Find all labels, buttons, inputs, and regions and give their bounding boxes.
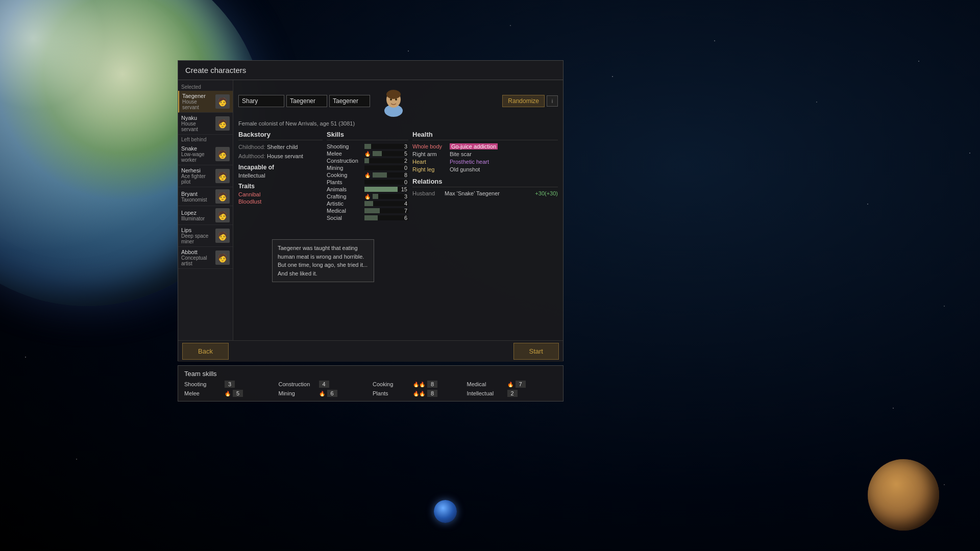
char-item-abbott[interactable]: Abbott Conceptual artist 🧑 [178, 247, 233, 269]
skill-melee: Melee 🔥 5 [327, 151, 408, 157]
char-role-nerhesi: Ace fighter pilot [181, 173, 213, 185]
health-right-leg: Right leg Old gunshot [412, 166, 558, 172]
team-skill-medical-fire: 🔥 [507, 382, 513, 387]
surname-input[interactable] [329, 95, 370, 107]
skill-medical-value: 7 [404, 208, 407, 213]
last-name-input[interactable] [286, 95, 327, 107]
team-skill-mining-name: Mining [279, 390, 317, 396]
team-skill-intellectual-name: Intellectual [467, 390, 505, 396]
char-item-taegener[interactable]: Taegener House servant 🧑 [178, 91, 233, 113]
adulthood-row: Adulthood: House servant [238, 153, 323, 160]
team-skill-melee-fire: 🔥 [225, 391, 231, 396]
team-skill-intellectual: Intellectual 2 [467, 390, 557, 397]
char-item-nyaku[interactable]: Nyaku House servant 🧑 [178, 113, 233, 135]
char-info-nyaku: Nyaku House servant [181, 115, 213, 132]
skill-construction-value: 2 [404, 158, 407, 163]
char-item-bryant[interactable]: Bryant Taxonomist 🧑 [178, 187, 233, 206]
childhood-value: Shelter child [267, 144, 298, 150]
skill-melee-fire: 🔥 [364, 151, 371, 157]
skill-animals-value: 15 [401, 187, 407, 192]
char-avatar-abbott: 🧑 [215, 251, 230, 265]
char-avatar-nerhesi: 🧑 [215, 169, 230, 183]
randomize-button[interactable]: Randomize [502, 95, 545, 107]
char-item-lopez[interactable]: Lopez Illuminator 🧑 [178, 206, 233, 225]
team-skill-plants-val: 8 [427, 390, 437, 397]
char-description: Female colonist of New Arrivals, age 51 … [238, 120, 558, 127]
svg-point-2 [386, 90, 401, 99]
team-skill-cooking-fire: 🔥🔥 [413, 382, 425, 387]
tooltip-text: Taegener was taught that eating human me… [278, 245, 368, 277]
skill-mining-name: Mining [327, 165, 362, 171]
health-column: Health Whole body Go-juice addiction Rig… [412, 131, 558, 263]
health-title: Health [412, 131, 558, 140]
svg-point-4 [395, 98, 397, 101]
char-info-taegener: Taegener House servant [182, 93, 213, 110]
relations-title: Relations [412, 178, 558, 187]
skill-animals-name: Animals [327, 186, 362, 192]
create-characters-dialog: Create characters Selected Taegener Hous… [178, 60, 564, 361]
skill-social-name: Social [327, 215, 362, 221]
name-row: Randomize i [238, 84, 558, 117]
dialog-body: Selected Taegener House servant 🧑 Nyaku … [178, 80, 563, 340]
char-item-snake[interactable]: Snake Low-wage worker 🧑 [178, 143, 233, 165]
char-avatar-taegener: 🧑 [215, 94, 230, 109]
childhood-label: Childhood: [238, 144, 265, 150]
skill-plants-value: 0 [404, 180, 407, 185]
skill-crafting-value: 3 [404, 194, 407, 199]
team-skill-construction: Construction 4 [279, 381, 369, 388]
relation-value-husband: +30(+30) [535, 190, 558, 196]
char-name-nerhesi: Nerhesi [181, 167, 213, 173]
health-heart: Heart Prosthetic heart [412, 159, 558, 165]
health-whole-body: Whole body Go-juice addiction [412, 143, 558, 149]
char-info-nerhesi: Nerhesi Ace fighter pilot [181, 167, 213, 185]
team-skill-plants-name: Plants [373, 390, 411, 396]
skill-plants-bar: 0 [364, 180, 408, 185]
left-behind-label: Left behind [178, 135, 233, 143]
team-skill-cooking-val: 8 [427, 381, 437, 388]
incapable-intellectual: Intellectual [238, 172, 323, 179]
sphere-blue [434, 500, 457, 523]
char-info-lopez: Lopez Illuminator [181, 210, 213, 221]
skill-construction-bar: 2 [364, 158, 408, 163]
skill-artistic-bar: 4 [364, 201, 408, 206]
back-button[interactable]: Back [182, 343, 229, 360]
health-part-rightleg: Right leg [412, 166, 446, 172]
dialog-footer: Back Start [178, 340, 563, 362]
health-cond-gojuice: Go-juice addiction [450, 143, 498, 149]
team-skills-title: Team skills [184, 370, 557, 378]
health-cond-bitescar: Bite scar [450, 151, 472, 157]
team-skill-cooking: Cooking 🔥🔥 8 [373, 381, 463, 388]
traits-title: Traits [238, 183, 323, 190]
info-button[interactable]: i [547, 95, 558, 107]
health-cond-gunshot: Old gunshot [450, 166, 480, 172]
skill-crafting-bar: 3 [373, 194, 408, 199]
team-skills-grid: Shooting 3 Construction 4 Cooking 🔥🔥 8 M… [184, 381, 557, 397]
char-item-lips[interactable]: Lips Deep space miner 🧑 [178, 225, 233, 247]
skill-shooting-value: 3 [404, 144, 407, 149]
team-skill-melee: Melee 🔥 5 [184, 390, 275, 397]
team-skill-melee-name: Melee [184, 390, 223, 396]
skill-artistic: Artistic 4 [327, 201, 408, 207]
selected-label: Selected [178, 82, 233, 91]
start-button[interactable]: Start [513, 343, 559, 360]
team-skill-mining-val: 6 [327, 390, 337, 397]
health-part-wholebody: Whole body [412, 143, 446, 149]
skill-crafting-fire: 🔥 [364, 194, 371, 199]
adulthood-label: Adulthood: [238, 153, 265, 159]
team-skill-medical-name: Medical [467, 381, 505, 387]
char-item-nerhesi[interactable]: Nerhesi Ace fighter pilot 🧑 [178, 165, 233, 187]
char-role-bryant: Taxonomist [181, 197, 213, 203]
team-skill-mining: Mining 🔥 6 [279, 390, 369, 397]
dialog-title: Create characters [178, 61, 563, 80]
char-portrait [377, 84, 410, 117]
skill-mining-bar: 0 [364, 165, 408, 170]
skill-mining: Mining 0 [327, 165, 408, 171]
team-skill-melee-val: 5 [233, 390, 243, 397]
skill-shooting-bar: 3 [364, 144, 408, 149]
skill-social: Social 6 [327, 215, 408, 221]
team-skill-shooting: Shooting 3 [184, 381, 275, 388]
first-name-input[interactable] [238, 95, 284, 107]
char-name-abbott: Abbott [181, 249, 213, 255]
relation-husband: Husband Max 'Snake' Taegener +30(+30) [412, 190, 558, 196]
char-role-taegener: House servant [182, 99, 213, 110]
